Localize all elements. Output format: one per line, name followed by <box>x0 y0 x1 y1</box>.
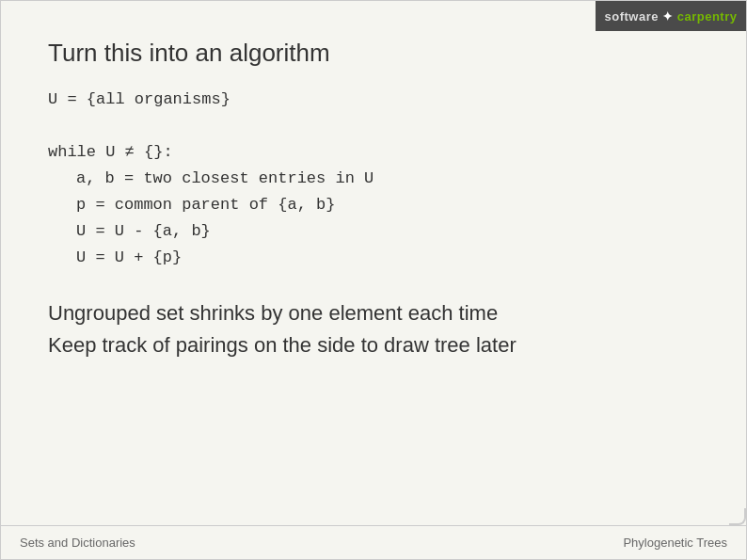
logo-carpentry: carpentry <box>677 9 738 24</box>
footer-left: Sets and Dictionaries <box>20 536 135 550</box>
logo-bar: software ✦ carpentry <box>596 1 746 31</box>
bullet-list: Ungrouped set shrinks by one element eac… <box>48 301 699 358</box>
code-line-1: U = {all organisms} <box>48 87 699 113</box>
logo-separator: ✦ <box>662 9 677 24</box>
logo-software: software <box>605 9 659 24</box>
slide-footer: Sets and Dictionaries Phylogenetic Trees <box>1 525 746 559</box>
footer-right: Phylogenetic Trees <box>623 536 727 550</box>
code-block: U = {all organisms} while U ≠ {}: a, b =… <box>48 87 699 271</box>
code-line-p: p = common parent of {a, b} <box>48 192 699 218</box>
logo: software ✦ carpentry <box>605 9 738 24</box>
bullet-item-2: Keep track of pairings on the side to dr… <box>48 333 699 358</box>
code-line-while: while U ≠ {}: <box>48 139 699 166</box>
code-line-u-plus: U = U + {p} <box>48 245 699 271</box>
code-line-ab: a, b = two closest entries in U <box>48 166 699 192</box>
bullet-item-1: Ungrouped set shrinks by one element eac… <box>48 301 699 326</box>
slide-title: Turn this into an algorithm <box>48 39 699 68</box>
slide: software ✦ carpentry Turn this into an a… <box>0 0 747 560</box>
slide-content: Turn this into an algorithm U = {all org… <box>1 1 746 559</box>
corner-decoration <box>729 508 746 525</box>
code-line-blank <box>48 113 699 139</box>
code-line-u-minus: U = U - {a, b} <box>48 218 699 245</box>
